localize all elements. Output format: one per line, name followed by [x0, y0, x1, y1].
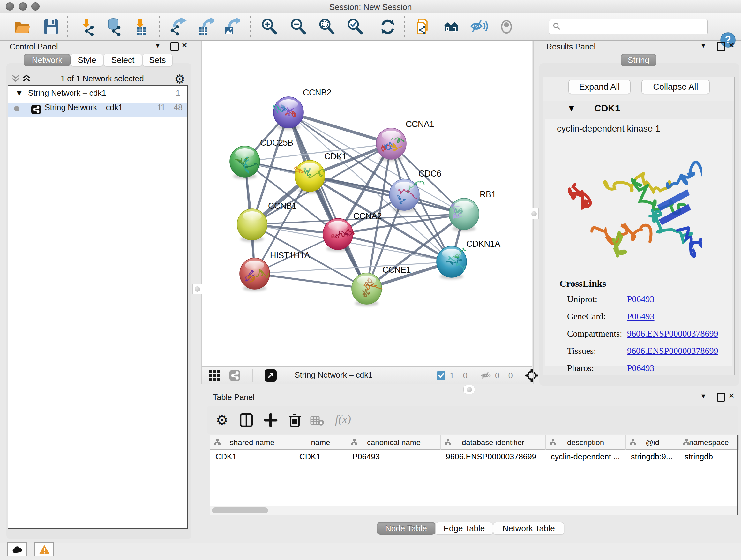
table-cell[interactable]: CDK1: [299, 452, 344, 461]
table-options-gear-icon[interactable]: ⚙: [216, 412, 228, 428]
table-hscrollbar-thumb[interactable]: [212, 507, 268, 513]
network-canvas[interactable]: CCNB2 CCNA1 CDC25B CDK1 CDC6 RB1 CCNB1: [202, 41, 532, 366]
fit-content-crosshair-icon[interactable]: [525, 369, 538, 383]
horizontal-splitter-handle[interactable]: [463, 385, 475, 394]
string-view-icon[interactable]: [229, 370, 240, 381]
column-header-databaseidentifier[interactable]: database identifier: [441, 435, 546, 449]
expand-all-button[interactable]: Expand All: [568, 80, 630, 94]
table-cell[interactable]: 9606.ENSP00000378699: [446, 452, 542, 461]
refresh-icon[interactable]: [379, 18, 397, 36]
collapse-all-icon[interactable]: [11, 74, 20, 84]
node-CCNA1[interactable]: CCNA1: [376, 119, 434, 161]
tab-style[interactable]: Style: [71, 54, 104, 66]
crosslink-link[interactable]: P06493: [627, 311, 655, 321]
tab-node-table[interactable]: Node Table: [377, 522, 435, 535]
selected-checkbox-icon[interactable]: [436, 371, 446, 381]
node-table[interactable]: shared name name canonical name database…: [210, 435, 738, 515]
collapse-all-button[interactable]: Collapse All: [642, 80, 710, 94]
crosslink-link[interactable]: 9606.ENSP00000378699: [627, 328, 718, 339]
table-cell[interactable]: stringdb: [684, 452, 736, 461]
node-CDKN1A[interactable]: CDKN1A: [436, 239, 500, 279]
network-state-dot-icon: [14, 106, 19, 111]
network-view-title: String Network – cdk1: [294, 370, 373, 380]
node-CCNB1[interactable]: CCNB1: [237, 201, 296, 242]
column-header-id[interactable]: @id: [626, 435, 679, 449]
column-header-sharedname[interactable]: shared name: [210, 435, 294, 449]
left-splitter-handle[interactable]: [192, 284, 202, 294]
crosslink-link[interactable]: 9606.ENSP00000378699: [627, 346, 718, 356]
zoom-fit-icon[interactable]: [318, 18, 336, 36]
network-collection-row[interactable]: ▼ String Network – cdk1 1: [8, 88, 187, 103]
node-RB1[interactable]: RB1: [449, 190, 496, 232]
tab-string[interactable]: String: [621, 54, 657, 66]
zoom-selected-icon[interactable]: [346, 18, 364, 36]
hide-selected-icon[interactable]: [470, 18, 488, 36]
expand-all-icon[interactable]: [22, 74, 30, 84]
export-image-icon[interactable]: [222, 18, 240, 36]
grid-view-icon[interactable]: [209, 370, 220, 382]
control-panel-maximize-icon[interactable]: [171, 42, 179, 51]
open-folder-icon[interactable]: [13, 18, 31, 36]
tab-network[interactable]: Network: [23, 54, 71, 66]
crosslink-link[interactable]: P06493: [627, 294, 655, 304]
table-cell[interactable]: stringdb:9...: [631, 452, 676, 461]
delete-table-icon[interactable]: [310, 415, 324, 428]
table-hscrollbar[interactable]: [210, 506, 738, 515]
control-panel-close-icon[interactable]: ✕: [181, 41, 188, 50]
navigator-icon[interactable]: [265, 369, 277, 381]
show-eye-icon[interactable]: [497, 18, 515, 36]
node-table-header: shared name name canonical name database…: [210, 435, 738, 449]
export-network-icon[interactable]: [169, 18, 187, 36]
search-input[interactable]: [564, 22, 708, 32]
table-cell[interactable]: cyclin-dependent ...: [551, 452, 623, 461]
table-cell[interactable]: P06493: [352, 452, 437, 461]
function-builder-icon[interactable]: f(x): [335, 413, 351, 426]
tab-edge-table[interactable]: Edge Table: [435, 522, 493, 535]
results-panel-float-icon[interactable]: ▾: [701, 41, 705, 50]
collapse-triangle-icon[interactable]: ▼: [17, 89, 22, 97]
zoom-in-icon[interactable]: [260, 18, 278, 36]
crosslink-link[interactable]: P06493: [627, 363, 655, 373]
tab-network-table[interactable]: Network Table: [493, 522, 564, 535]
node-CCNE1[interactable]: CCNE1: [352, 265, 411, 306]
copy-document-icon[interactable]: [415, 18, 433, 36]
network-list: ▼ String Network – cdk1 1 String Network…: [8, 85, 188, 529]
crosslink-row: Uniprot: P06493: [567, 294, 727, 304]
zoom-out-icon[interactable]: [289, 18, 307, 36]
section-collapse-triangle-icon[interactable]: ▼: [569, 104, 574, 112]
node-label-CCNB2: CCNB2: [303, 88, 331, 98]
network-options-gear-icon[interactable]: ⚙: [174, 72, 185, 86]
crosslinks-title: CrossLinks: [559, 278, 606, 289]
hidden-counter: 0 – 0: [495, 371, 513, 380]
delete-column-trash-icon[interactable]: [288, 413, 302, 429]
table-panel-close-icon[interactable]: ✕: [728, 391, 735, 400]
table-panel-float-icon[interactable]: ▾: [701, 391, 705, 400]
import-network-icon[interactable]: [79, 18, 97, 36]
cloud-button[interactable]: [7, 543, 27, 557]
hidden-eye-icon[interactable]: [480, 371, 492, 381]
save-icon[interactable]: [42, 18, 60, 36]
left-splitter[interactable]: [201, 41, 202, 384]
tab-sets[interactable]: Sets: [142, 54, 173, 66]
network-row-selected[interactable]: String Network – cdk1 11 48: [8, 103, 187, 117]
tab-select[interactable]: Select: [104, 54, 142, 66]
control-panel-float-icon[interactable]: ▾: [156, 41, 159, 50]
export-table-icon[interactable]: [197, 18, 214, 36]
column-header-namespace[interactable]: namespace: [679, 435, 739, 449]
add-column-icon[interactable]: [264, 413, 278, 428]
import-table-icon[interactable]: [133, 18, 151, 36]
table-cell[interactable]: CDK1: [215, 452, 291, 461]
results-panel-close-icon[interactable]: ✕: [728, 41, 735, 50]
table-panel-maximize-icon[interactable]: [717, 393, 725, 401]
warnings-button[interactable]: [35, 543, 54, 557]
import-database-icon[interactable]: [106, 18, 124, 36]
node-CDC25B[interactable]: CDC25B: [230, 138, 293, 179]
show-columns-icon[interactable]: [239, 413, 253, 428]
column-header-description[interactable]: description: [546, 435, 626, 449]
right-splitter-handle[interactable]: [529, 208, 539, 219]
homes-icon[interactable]: [442, 18, 460, 36]
results-panel-maximize-icon[interactable]: [717, 42, 725, 51]
column-header-name[interactable]: name: [294, 435, 347, 449]
column-header-canonicalname[interactable]: canonical name: [347, 435, 441, 449]
node-label-CCNE1: CCNE1: [382, 265, 411, 274]
